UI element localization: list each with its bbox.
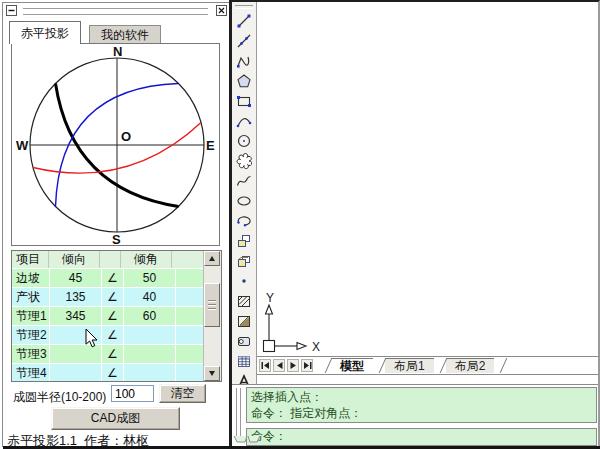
ucs-y-label: Y <box>266 291 274 305</box>
tab-last-icon[interactable] <box>301 359 313 372</box>
angle-icon: ∠ <box>102 269 123 287</box>
make-block-icon[interactable] <box>232 251 256 271</box>
scroll-down-icon[interactable] <box>204 366 220 381</box>
command-window: 选择插入点：命令： 指定对角点： 命令： <box>232 384 598 446</box>
circle-icon[interactable] <box>232 131 256 151</box>
header-item: 项目 <box>12 251 49 268</box>
tab-first-icon[interactable] <box>259 359 271 372</box>
cad-plot-button[interactable]: CAD成图 <box>51 407 180 430</box>
south-label: S <box>112 232 121 245</box>
ellipse-icon[interactable] <box>232 191 256 211</box>
tab-stereographic-projection[interactable]: 赤平投影 <box>9 21 81 44</box>
angle-icon: ∠ <box>102 345 123 363</box>
insert-block-icon[interactable] <box>232 231 256 251</box>
north-label: N <box>113 44 122 59</box>
gradient-icon[interactable] <box>232 311 256 331</box>
table-row[interactable]: 节理1 345 ∠ 60 <box>12 307 221 325</box>
angle-icon: ∠ <box>102 307 123 325</box>
table-scrollbar[interactable] <box>203 251 221 381</box>
table-row[interactable]: 节理2 ∠ <box>12 326 221 344</box>
region-icon[interactable] <box>232 331 256 351</box>
angle-icon: ∠ <box>102 326 123 344</box>
table-row[interactable]: 节理3 ∠ <box>12 345 221 363</box>
west-label: W <box>16 138 29 153</box>
angle-icon: ∠ <box>102 288 123 306</box>
angle-icon: ∠ <box>102 364 123 382</box>
spline-icon[interactable] <box>232 171 256 191</box>
tab-previous-icon[interactable] <box>273 359 285 372</box>
tool-window-titlebar[interactable] <box>3 3 230 19</box>
tab-layout2[interactable]: 布局2 <box>446 358 495 373</box>
table-icon[interactable] <box>232 351 256 371</box>
layout-tab-bar: 模型 布局1 布局2 <box>257 356 598 375</box>
stereonet-plot: N S W E O <box>11 43 220 246</box>
arc-icon[interactable] <box>232 111 256 131</box>
tab-my-software[interactable]: 我的软件 <box>89 25 161 44</box>
radius-label: 成圆半径(10-200) <box>13 389 106 406</box>
polygon-icon[interactable] <box>232 71 256 91</box>
ucs-icon: Y X <box>259 288 329 360</box>
cropped-tab-tops <box>233 429 263 447</box>
header-dip: 倾角 <box>121 251 172 268</box>
tab-model[interactable]: 模型 <box>331 358 373 373</box>
cad-window: Y X 模型 <box>229 0 600 446</box>
construction-line-icon[interactable] <box>232 31 256 51</box>
command-prompt-input[interactable]: 命令： <box>246 428 597 446</box>
rectangle-icon[interactable] <box>232 91 256 111</box>
orientation-table: 项目 倾向 倾角 边坡 45 ∠ 50 产状 135 ∠ 40 节 <box>11 250 222 382</box>
polyline-icon[interactable] <box>232 51 256 71</box>
header-angle <box>100 251 121 268</box>
tab-layout1[interactable]: 布局1 <box>385 358 434 373</box>
scrollbar-thumb[interactable] <box>204 283 220 327</box>
center-label: O <box>121 129 131 144</box>
table-row[interactable]: 边坡 45 ∠ 50 <box>12 269 221 287</box>
scroll-up-icon[interactable] <box>204 251 220 266</box>
minimize-icon[interactable] <box>6 5 17 16</box>
titlebar-grip-handle[interactable] <box>23 8 208 20</box>
hatch-icon[interactable] <box>232 291 256 311</box>
mouse-cursor <box>85 329 99 353</box>
table-header-row: 项目 倾向 倾角 <box>12 251 221 268</box>
command-history: 选择插入点：命令： 指定对角点： <box>246 387 597 423</box>
east-label: E <box>206 138 215 153</box>
ucs-x-label: X <box>312 340 320 354</box>
screen: 赤平投影 我的软件 N S W E O <box>0 0 600 449</box>
line-icon[interactable] <box>232 11 256 31</box>
toolbar-grip-handle[interactable] <box>235 5 253 9</box>
radius-input[interactable] <box>111 385 154 402</box>
draw-toolbar <box>232 2 257 399</box>
tab-next-icon[interactable] <box>287 359 299 372</box>
revision-cloud-icon[interactable] <box>232 151 256 171</box>
point-icon[interactable] <box>232 271 256 291</box>
table-row[interactable]: 产状 135 ∠ 40 <box>12 288 221 306</box>
close-icon[interactable] <box>216 5 227 16</box>
header-dip-direction: 倾向 <box>49 251 100 268</box>
stereonet-tool-window: 赤平投影 我的软件 N S W E O <box>2 2 231 447</box>
ellipse-arc-icon[interactable] <box>232 211 256 231</box>
clear-button[interactable]: 清空 <box>159 384 206 403</box>
table-row[interactable]: 节理4 ∠ <box>12 364 221 382</box>
